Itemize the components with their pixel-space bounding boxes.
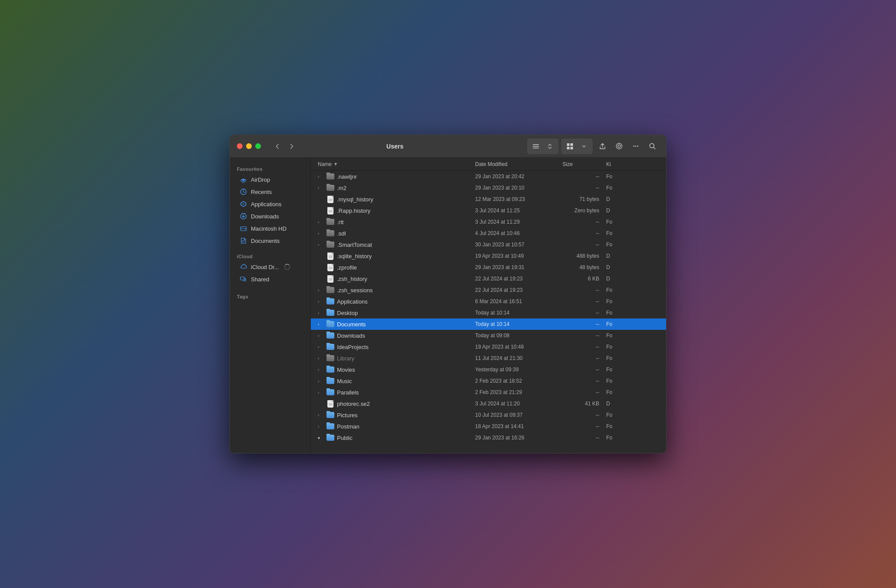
file-size: -- [563,242,606,248]
list-view-button[interactable] [529,139,543,153]
file-date: Today at 10:14 [475,310,563,316]
size-column-header[interactable]: Size [563,161,606,167]
expand-arrow-icon: › [318,390,324,395]
sidebar-item-airdrop[interactable]: AirDrop [233,173,308,186]
sidebar-item-macintosh-hd[interactable]: Macintosh HD [233,222,308,235]
shared-label: Shared [251,276,269,283]
table-row[interactable]: › Desktop Today at 10:14 -- Fo [311,307,666,318]
file-type-icon [326,297,334,305]
file-date: 2 Feb 2023 at 21:29 [475,389,563,395]
table-row[interactable]: .zsh_history 22 Jul 2024 at 19:23 6 KB D [311,273,666,284]
file-kind: D [606,253,610,259]
file-name-cell: ▾ Public [318,434,475,442]
file-kind: D [606,196,610,202]
svg-point-8 [618,145,620,148]
view-options-group [527,138,559,154]
file-size: -- [563,423,606,429]
file-kind: Fo [606,389,612,395]
file-date: 4 Jul 2024 at 10:46 [475,230,563,236]
svg-point-7 [616,143,622,149]
table-row[interactable]: › Parallels 2 Feb 2023 at 21:29 -- Fo [311,387,666,398]
icloud-icon [240,263,247,271]
file-type-icon [326,173,334,180]
table-row[interactable]: › Music 2 Feb 2023 at 18:52 -- Fo [311,375,666,387]
file-name-label: .zsh_sessions [337,287,373,294]
table-row[interactable]: › Library 11 Jul 2024 at 21:30 -- Fo [311,353,666,364]
date-column-header[interactable]: Date Modified [475,161,563,167]
file-name-cell: › Movies [318,366,475,374]
sidebar-item-downloads[interactable]: Downloads [233,210,308,222]
file-date: 6 Mar 2024 at 16:51 [475,298,563,304]
sidebar-item-icloud-drive[interactable]: iCloud Dr... [233,261,308,273]
tag-button[interactable] [612,139,626,153]
sidebar-item-applications[interactable]: Applications [233,198,308,210]
minimize-button[interactable] [246,143,252,149]
more-options-button[interactable] [629,139,642,153]
expand-arrow-icon: › [318,299,324,304]
file-name-cell: › .nawtjnr [318,173,475,180]
file-size: -- [563,389,606,395]
file-kind: D [606,401,610,407]
file-size: -- [563,344,606,350]
table-row[interactable]: .zprofile 29 Jan 2023 at 19:31 48 bytes … [311,262,666,273]
file-kind: D [606,208,610,214]
file-name-label: .zsh_history [337,276,367,282]
file-kind: Fo [606,378,612,384]
close-button[interactable] [237,143,243,149]
document-icon [327,196,333,203]
grid-options-button[interactable] [577,139,591,153]
expand-arrow-icon: › [318,242,324,247]
main-content: Name ▼ Date Modified Size Ki › .nawtjnr … [311,158,666,453]
folder-dark-icon [326,219,334,225]
share-button[interactable] [595,139,609,153]
expand-arrow-icon: › [318,220,324,225]
maximize-button[interactable] [255,143,261,149]
table-row[interactable]: › Downloads Today at 09:08 -- Fo [311,330,666,341]
sort-options-button[interactable] [543,139,557,153]
sidebar-item-documents[interactable]: Documents [233,235,308,247]
file-kind: Fo [606,219,612,225]
file-kind: Fo [606,298,612,304]
table-row[interactable]: .sqlite_history 19 Apr 2023 at 10:49 488… [311,250,666,262]
file-name-label: Library [337,355,354,362]
table-row[interactable]: › .zsh_sessions 22 Jul 2024 at 19:23 -- … [311,284,666,296]
file-size: -- [563,230,606,236]
table-row[interactable]: › Applications 6 Mar 2024 at 16:51 -- Fo [311,296,666,307]
finder-window: Users [229,135,667,453]
table-row[interactable]: › Documents Today at 10:14 -- Fo [311,318,666,330]
file-date: Today at 10:14 [475,321,563,327]
table-row[interactable]: › Postman 18 Apr 2023 at 14:41 -- Fo [311,421,666,432]
table-row[interactable]: › Movies Yesterday at 09:39 -- Fo [311,364,666,375]
table-row[interactable]: › .m2 29 Jan 2023 at 20:10 -- Fo [311,182,666,194]
table-row[interactable]: photorec.se2 3 Jul 2024 at 11:20 41 KB D [311,398,666,409]
file-kind: Fo [606,230,612,236]
file-name-cell: .sqlite_history [318,252,475,260]
search-button[interactable] [645,139,659,153]
file-name-cell: › Postman [318,422,475,430]
documents-label: Documents [251,238,280,244]
table-row[interactable]: › .sdl 4 Jul 2024 at 10:46 -- Fo [311,228,666,239]
file-type-icon [326,218,334,226]
sidebar-item-recents[interactable]: Recents [233,186,308,198]
file-name-label: photorec.se2 [337,401,370,407]
table-row[interactable]: › .nawtjnr 29 Jan 2023 at 20:42 -- Fo [311,171,666,182]
file-name-label: .m2 [337,185,347,191]
table-row[interactable]: .Rapp.history 3 Jul 2024 at 11:25 Zero b… [311,205,666,216]
name-column-header[interactable]: Name ▼ [318,161,475,167]
table-row[interactable]: ▾ Public 29 Jan 2023 at 16:26 -- Fo [311,432,666,443]
sidebar-item-shared[interactable]: Shared [233,273,308,285]
file-date: 3 Jul 2024 at 11:20 [475,401,563,407]
grid-view-button[interactable] [563,139,577,153]
document-icon [327,264,333,271]
table-row[interactable]: › Pictures 10 Jul 2023 at 09:37 -- Fo [311,409,666,421]
table-row[interactable]: .mysql_history 12 Mar 2023 at 09:23 71 b… [311,194,666,205]
file-kind: Fo [606,412,612,418]
expand-arrow-icon: › [318,186,324,190]
file-name-cell: › Downloads [318,332,475,339]
table-row[interactable]: › .SmartTomcat 30 Jan 2023 at 10:57 -- F… [311,239,666,250]
file-name-label: .zprofile [337,264,357,271]
file-date: 29 Jan 2023 at 20:10 [475,185,563,191]
kind-column-header[interactable]: Ki [606,161,611,167]
table-row[interactable]: › .rtt 3 Jul 2024 at 11:29 -- Fo [311,216,666,228]
table-row[interactable]: › IdeaProjects 19 Apr 2023 at 10:48 -- F… [311,341,666,353]
